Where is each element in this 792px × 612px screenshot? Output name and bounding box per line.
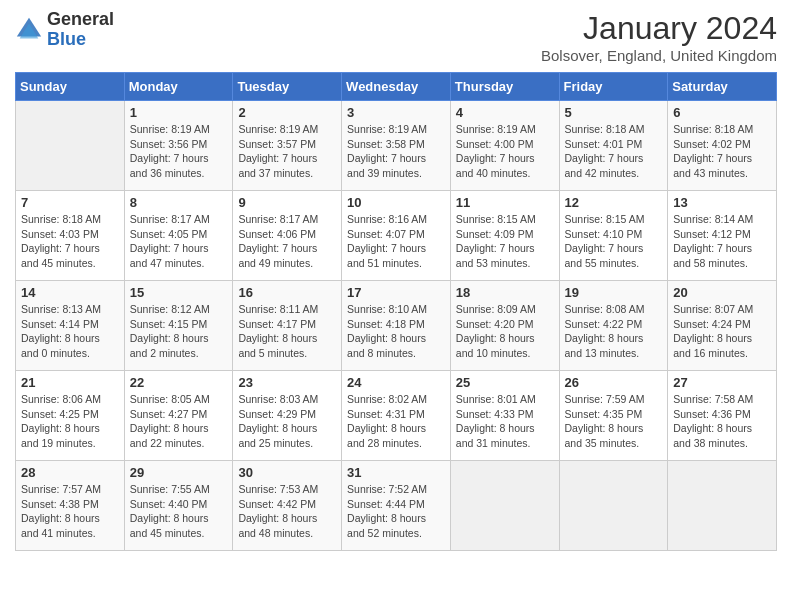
day-info: Sunrise: 7:52 AMSunset: 4:44 PMDaylight:… bbox=[347, 482, 445, 541]
day-number: 2 bbox=[238, 105, 336, 120]
calendar-cell: 29Sunrise: 7:55 AMSunset: 4:40 PMDayligh… bbox=[124, 461, 233, 551]
day-number: 21 bbox=[21, 375, 119, 390]
calendar-cell: 1Sunrise: 8:19 AMSunset: 3:56 PMDaylight… bbox=[124, 101, 233, 191]
day-number: 3 bbox=[347, 105, 445, 120]
calendar-cell: 16Sunrise: 8:11 AMSunset: 4:17 PMDayligh… bbox=[233, 281, 342, 371]
day-number: 14 bbox=[21, 285, 119, 300]
day-info: Sunrise: 8:14 AMSunset: 4:12 PMDaylight:… bbox=[673, 212, 771, 271]
day-info: Sunrise: 8:01 AMSunset: 4:33 PMDaylight:… bbox=[456, 392, 554, 451]
logo-text: General Blue bbox=[47, 10, 114, 50]
day-number: 6 bbox=[673, 105, 771, 120]
calendar-cell: 31Sunrise: 7:52 AMSunset: 4:44 PMDayligh… bbox=[342, 461, 451, 551]
day-number: 7 bbox=[21, 195, 119, 210]
day-info: Sunrise: 7:53 AMSunset: 4:42 PMDaylight:… bbox=[238, 482, 336, 541]
calendar-week-row: 7Sunrise: 8:18 AMSunset: 4:03 PMDaylight… bbox=[16, 191, 777, 281]
day-info: Sunrise: 8:17 AMSunset: 4:06 PMDaylight:… bbox=[238, 212, 336, 271]
day-info: Sunrise: 8:19 AMSunset: 3:58 PMDaylight:… bbox=[347, 122, 445, 181]
logo-icon bbox=[15, 16, 43, 44]
day-number: 23 bbox=[238, 375, 336, 390]
calendar-cell: 19Sunrise: 8:08 AMSunset: 4:22 PMDayligh… bbox=[559, 281, 668, 371]
day-number: 19 bbox=[565, 285, 663, 300]
calendar-cell: 20Sunrise: 8:07 AMSunset: 4:24 PMDayligh… bbox=[668, 281, 777, 371]
calendar-header-row: SundayMondayTuesdayWednesdayThursdayFrid… bbox=[16, 73, 777, 101]
day-info: Sunrise: 8:09 AMSunset: 4:20 PMDaylight:… bbox=[456, 302, 554, 361]
calendar-week-row: 14Sunrise: 8:13 AMSunset: 4:14 PMDayligh… bbox=[16, 281, 777, 371]
day-number: 28 bbox=[21, 465, 119, 480]
month-year-title: January 2024 bbox=[541, 10, 777, 47]
calendar-cell bbox=[668, 461, 777, 551]
day-number: 1 bbox=[130, 105, 228, 120]
day-info: Sunrise: 8:19 AMSunset: 3:57 PMDaylight:… bbox=[238, 122, 336, 181]
location-subtitle: Bolsover, England, United Kingdom bbox=[541, 47, 777, 64]
day-info: Sunrise: 8:18 AMSunset: 4:01 PMDaylight:… bbox=[565, 122, 663, 181]
calendar-cell: 27Sunrise: 7:58 AMSunset: 4:36 PMDayligh… bbox=[668, 371, 777, 461]
day-info: Sunrise: 8:12 AMSunset: 4:15 PMDaylight:… bbox=[130, 302, 228, 361]
day-number: 10 bbox=[347, 195, 445, 210]
day-info: Sunrise: 8:15 AMSunset: 4:09 PMDaylight:… bbox=[456, 212, 554, 271]
day-info: Sunrise: 8:11 AMSunset: 4:17 PMDaylight:… bbox=[238, 302, 336, 361]
day-info: Sunrise: 8:08 AMSunset: 4:22 PMDaylight:… bbox=[565, 302, 663, 361]
calendar-cell: 22Sunrise: 8:05 AMSunset: 4:27 PMDayligh… bbox=[124, 371, 233, 461]
day-number: 30 bbox=[238, 465, 336, 480]
calendar-cell: 30Sunrise: 7:53 AMSunset: 4:42 PMDayligh… bbox=[233, 461, 342, 551]
day-number: 11 bbox=[456, 195, 554, 210]
calendar-cell: 12Sunrise: 8:15 AMSunset: 4:10 PMDayligh… bbox=[559, 191, 668, 281]
day-info: Sunrise: 7:55 AMSunset: 4:40 PMDaylight:… bbox=[130, 482, 228, 541]
calendar-cell: 21Sunrise: 8:06 AMSunset: 4:25 PMDayligh… bbox=[16, 371, 125, 461]
day-info: Sunrise: 8:02 AMSunset: 4:31 PMDaylight:… bbox=[347, 392, 445, 451]
calendar-cell: 25Sunrise: 8:01 AMSunset: 4:33 PMDayligh… bbox=[450, 371, 559, 461]
header-friday: Friday bbox=[559, 73, 668, 101]
day-info: Sunrise: 8:18 AMSunset: 4:02 PMDaylight:… bbox=[673, 122, 771, 181]
day-number: 15 bbox=[130, 285, 228, 300]
day-info: Sunrise: 8:13 AMSunset: 4:14 PMDaylight:… bbox=[21, 302, 119, 361]
calendar-cell bbox=[559, 461, 668, 551]
day-info: Sunrise: 7:59 AMSunset: 4:35 PMDaylight:… bbox=[565, 392, 663, 451]
day-number: 26 bbox=[565, 375, 663, 390]
calendar-cell: 24Sunrise: 8:02 AMSunset: 4:31 PMDayligh… bbox=[342, 371, 451, 461]
calendar-cell: 6Sunrise: 8:18 AMSunset: 4:02 PMDaylight… bbox=[668, 101, 777, 191]
day-number: 13 bbox=[673, 195, 771, 210]
day-info: Sunrise: 8:19 AMSunset: 4:00 PMDaylight:… bbox=[456, 122, 554, 181]
calendar-cell: 10Sunrise: 8:16 AMSunset: 4:07 PMDayligh… bbox=[342, 191, 451, 281]
day-info: Sunrise: 8:03 AMSunset: 4:29 PMDaylight:… bbox=[238, 392, 336, 451]
calendar-cell: 18Sunrise: 8:09 AMSunset: 4:20 PMDayligh… bbox=[450, 281, 559, 371]
day-number: 4 bbox=[456, 105, 554, 120]
calendar-cell: 11Sunrise: 8:15 AMSunset: 4:09 PMDayligh… bbox=[450, 191, 559, 281]
day-number: 20 bbox=[673, 285, 771, 300]
calendar-cell bbox=[450, 461, 559, 551]
calendar-cell: 5Sunrise: 8:18 AMSunset: 4:01 PMDaylight… bbox=[559, 101, 668, 191]
calendar-table: SundayMondayTuesdayWednesdayThursdayFrid… bbox=[15, 72, 777, 551]
calendar-week-row: 28Sunrise: 7:57 AMSunset: 4:38 PMDayligh… bbox=[16, 461, 777, 551]
day-info: Sunrise: 8:17 AMSunset: 4:05 PMDaylight:… bbox=[130, 212, 228, 271]
header-monday: Monday bbox=[124, 73, 233, 101]
day-number: 17 bbox=[347, 285, 445, 300]
day-number: 18 bbox=[456, 285, 554, 300]
calendar-cell: 7Sunrise: 8:18 AMSunset: 4:03 PMDaylight… bbox=[16, 191, 125, 281]
day-info: Sunrise: 8:19 AMSunset: 3:56 PMDaylight:… bbox=[130, 122, 228, 181]
calendar-cell bbox=[16, 101, 125, 191]
calendar-cell: 9Sunrise: 8:17 AMSunset: 4:06 PMDaylight… bbox=[233, 191, 342, 281]
day-number: 29 bbox=[130, 465, 228, 480]
day-number: 25 bbox=[456, 375, 554, 390]
day-number: 16 bbox=[238, 285, 336, 300]
day-info: Sunrise: 8:16 AMSunset: 4:07 PMDaylight:… bbox=[347, 212, 445, 271]
calendar-cell: 2Sunrise: 8:19 AMSunset: 3:57 PMDaylight… bbox=[233, 101, 342, 191]
calendar-cell: 13Sunrise: 8:14 AMSunset: 4:12 PMDayligh… bbox=[668, 191, 777, 281]
day-info: Sunrise: 8:18 AMSunset: 4:03 PMDaylight:… bbox=[21, 212, 119, 271]
header-saturday: Saturday bbox=[668, 73, 777, 101]
day-number: 5 bbox=[565, 105, 663, 120]
calendar-cell: 15Sunrise: 8:12 AMSunset: 4:15 PMDayligh… bbox=[124, 281, 233, 371]
calendar-cell: 3Sunrise: 8:19 AMSunset: 3:58 PMDaylight… bbox=[342, 101, 451, 191]
calendar-cell: 26Sunrise: 7:59 AMSunset: 4:35 PMDayligh… bbox=[559, 371, 668, 461]
title-block: January 2024 Bolsover, England, United K… bbox=[541, 10, 777, 64]
day-info: Sunrise: 8:15 AMSunset: 4:10 PMDaylight:… bbox=[565, 212, 663, 271]
day-number: 31 bbox=[347, 465, 445, 480]
calendar-cell: 23Sunrise: 8:03 AMSunset: 4:29 PMDayligh… bbox=[233, 371, 342, 461]
day-number: 8 bbox=[130, 195, 228, 210]
header-sunday: Sunday bbox=[16, 73, 125, 101]
page-header: General Blue January 2024 Bolsover, Engl… bbox=[15, 10, 777, 64]
day-number: 22 bbox=[130, 375, 228, 390]
logo-blue: Blue bbox=[47, 29, 86, 49]
calendar-cell: 4Sunrise: 8:19 AMSunset: 4:00 PMDaylight… bbox=[450, 101, 559, 191]
header-thursday: Thursday bbox=[450, 73, 559, 101]
